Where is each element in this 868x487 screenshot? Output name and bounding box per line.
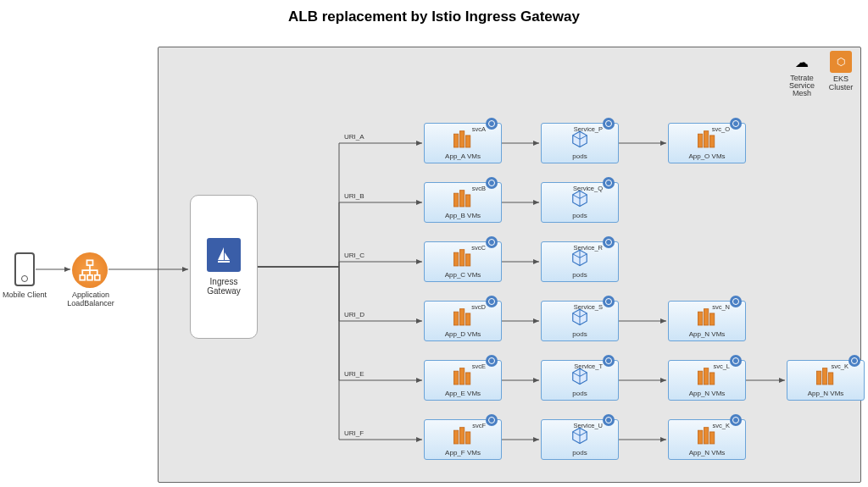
- svg-rect-47: [704, 368, 709, 385]
- istio-icon: [207, 238, 241, 272]
- svg-rect-59: [460, 428, 465, 444]
- uri-label-5: URI_F: [344, 429, 364, 437]
- ec2-icon: [451, 366, 475, 390]
- svg-rect-54: [829, 373, 833, 385]
- k8s-badge-icon: [730, 414, 742, 426]
- app-node-5: svcF App_F VMs: [424, 419, 502, 460]
- chain-node-4-0-label: App_N VMs: [669, 390, 745, 397]
- svg-rect-18: [466, 195, 470, 207]
- app-node-5-label: App_F VMs: [425, 449, 501, 457]
- ec2-icon: [451, 307, 475, 330]
- svc-node-5-label: pods: [542, 449, 618, 457]
- ingress-gateway-node: Ingress Gateway: [190, 195, 258, 339]
- pod-icon: [570, 307, 589, 328]
- pod-icon: [570, 367, 589, 387]
- ec2-icon: [695, 425, 719, 449]
- svc-node-3: Service_S pods: [541, 301, 619, 341]
- ingress-gateway-label: Ingress Gateway: [207, 277, 240, 296]
- uri-label-3: URI_D: [344, 311, 364, 318]
- svg-rect-3: [95, 275, 100, 280]
- svg-rect-29: [460, 309, 465, 325]
- k8s-badge-icon: [486, 236, 498, 248]
- pod-icon: [570, 248, 589, 268]
- ec2-icon: [695, 307, 719, 330]
- chain-node-3-0-label: App_N VMs: [669, 330, 745, 338]
- app-node-2: svcC App_C VMs: [424, 241, 502, 282]
- ec2-icon: [451, 247, 475, 271]
- alb-label: Application LoadBalancer: [61, 291, 120, 307]
- svc-node-5: Service_U pods: [541, 419, 619, 460]
- svg-rect-4: [454, 134, 459, 147]
- svg-rect-1: [80, 275, 85, 280]
- ec2-icon: [451, 129, 475, 152]
- chain-node-5-0-label: App_N VMs: [669, 449, 745, 457]
- k8s-badge-icon: [486, 177, 498, 189]
- app-node-4: svcE App_E VMs: [424, 360, 502, 401]
- svg-rect-58: [454, 430, 459, 444]
- svc-node-0: Service_P pods: [541, 123, 619, 163]
- eks-cluster-box: [158, 47, 861, 483]
- svg-rect-11: [704, 131, 709, 147]
- pod-icon: [570, 189, 589, 209]
- svc-node-4: Service_T pods: [541, 360, 619, 401]
- mobile-client-label: Mobile Client: [0, 291, 49, 299]
- chain-node-4-1: svc_K App_N VMs: [787, 360, 865, 401]
- eks-label: EKS Cluster: [824, 75, 858, 91]
- k8s-badge-icon: [849, 355, 860, 367]
- k8s-badge-icon: [603, 414, 615, 426]
- mobile-client-icon: [14, 252, 35, 286]
- tetrate-label: Tetrate Service Mesh: [785, 75, 819, 97]
- chain-node-0-0: svc_O App_O VMs: [668, 123, 746, 163]
- chain-node-4-0: svc_L App_N VMs: [668, 360, 746, 401]
- k8s-badge-icon: [486, 118, 498, 130]
- k8s-badge-icon: [486, 414, 498, 426]
- svc-node-2: Service_R pods: [541, 241, 619, 282]
- svg-rect-6: [466, 136, 470, 147]
- svg-rect-42: [466, 373, 470, 385]
- tetrate-tag: ☁ Tetrate Service Mesh: [785, 51, 819, 97]
- k8s-badge-icon: [603, 177, 615, 189]
- svc-node-1: Service_Q pods: [541, 182, 619, 223]
- app-node-4-label: App_E VMs: [425, 390, 501, 397]
- uri-label-1: URI_B: [344, 192, 364, 200]
- k8s-badge-icon: [603, 236, 615, 248]
- svg-rect-16: [454, 193, 459, 207]
- svg-rect-17: [460, 191, 465, 207]
- app-node-0: svcA App_A VMs: [424, 123, 502, 163]
- pod-icon: [570, 130, 589, 150]
- pod-icon: [570, 426, 589, 446]
- svg-rect-36: [710, 313, 715, 325]
- uri-label-0: URI_A: [344, 133, 364, 141]
- svg-rect-35: [704, 309, 709, 325]
- app-node-1: svcB App_B VMs: [424, 182, 502, 223]
- eks-icon: ⬡: [830, 51, 852, 73]
- svc-node-2-label: pods: [542, 271, 618, 279]
- svg-rect-22: [454, 252, 459, 266]
- svg-rect-30: [466, 313, 470, 325]
- svc-node-4-label: pods: [542, 390, 618, 397]
- svg-rect-53: [823, 368, 827, 385]
- chain-node-5-0: svc_K App_N VMs: [668, 419, 746, 460]
- ec2-icon: [451, 188, 475, 212]
- svc-node-0-label: pods: [542, 152, 618, 160]
- svc-node-1-label: pods: [542, 212, 618, 219]
- ec2-icon: [814, 366, 837, 390]
- alb-icon: [72, 252, 108, 288]
- svg-rect-2: [87, 275, 92, 280]
- svg-rect-66: [710, 432, 715, 444]
- svg-rect-23: [460, 250, 465, 266]
- k8s-badge-icon: [730, 296, 742, 307]
- app-node-3-label: App_D VMs: [425, 330, 501, 338]
- eks-tag: ⬡ EKS Cluster: [824, 51, 858, 91]
- svg-rect-5: [460, 131, 465, 147]
- svg-rect-46: [698, 371, 703, 385]
- app-node-0-label: App_A VMs: [425, 152, 501, 160]
- svg-rect-60: [466, 432, 470, 444]
- k8s-badge-icon: [603, 355, 615, 367]
- svg-rect-48: [710, 373, 715, 385]
- chain-node-4-1-label: App_N VMs: [787, 390, 864, 397]
- svg-rect-64: [698, 430, 703, 444]
- svg-rect-0: [87, 260, 93, 265]
- svc-node-3-label: pods: [542, 330, 618, 338]
- svg-rect-10: [698, 134, 703, 147]
